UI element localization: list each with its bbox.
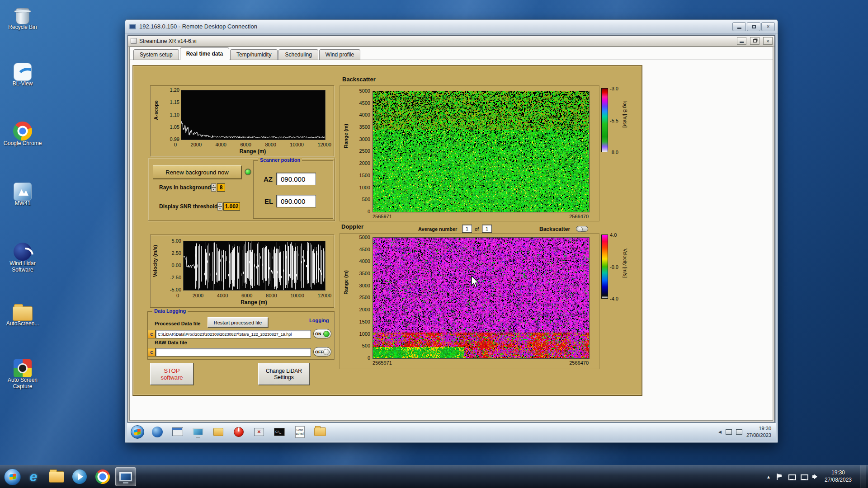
session-clock[interactable]: 19:30 27/08/2023 <box>746 425 771 438</box>
app-restore-button[interactable] <box>750 37 760 45</box>
tick-label: 500 <box>362 343 370 348</box>
action-center-flag-icon[interactable] <box>776 474 783 480</box>
session-network-icon[interactable] <box>736 429 742 435</box>
tick-label: 1.05 <box>170 124 179 130</box>
tick-label: 8000 <box>266 293 277 298</box>
tab-wind-profile[interactable]: Wind profile <box>319 49 360 60</box>
app-titlebar[interactable]: StreamLine XR v14-6.vi × <box>128 36 774 47</box>
desktop-icon-recycle-bin[interactable]: Recycle Bin <box>2 5 43 31</box>
raw-drive-button[interactable]: C <box>148 348 156 357</box>
average-number-field[interactable]: 1 <box>462 225 472 233</box>
xp-window-icon: ✕ <box>254 428 264 436</box>
globe-icon <box>152 427 163 437</box>
terminal-icon: C:\_ <box>274 428 285 436</box>
rdp-close-button[interactable]: × <box>761 22 775 31</box>
app-window-title: StreamLine XR v14-6.vi <box>139 38 733 44</box>
change-button-line2: Settings <box>274 374 293 380</box>
backscatter-x-range-labels: 2565971 2566470 <box>373 214 589 219</box>
session-taskbar-item-system[interactable] <box>170 425 185 439</box>
el-value-field[interactable]: 090.000 <box>276 195 316 207</box>
app-minimize-button[interactable] <box>737 37 746 45</box>
tick-label: 3500 <box>359 124 370 130</box>
taskbar-item-media-player[interactable] <box>69 467 90 486</box>
tick-label: 2000 <box>191 142 202 147</box>
chrome-icon <box>13 122 32 141</box>
desktop-icon-bl-view[interactable]: BL-View <box>2 62 43 87</box>
session-tray-chevron-icon[interactable]: ◀ <box>718 430 722 434</box>
processed-logging-toggle[interactable]: ON <box>313 329 331 338</box>
desktop-icon-label: Auto Screen Capture <box>2 377 43 390</box>
average-number-label: Average number <box>418 226 457 232</box>
snr-value-field[interactable]: 1.002 <box>223 202 240 211</box>
tick-label: 1.20 <box>170 87 179 93</box>
taskbar-item-chrome[interactable] <box>92 467 113 486</box>
change-button-line1: Change LiDAR <box>266 368 302 374</box>
average-count-field[interactable]: 1 <box>482 225 492 233</box>
remote-desktop-icon <box>119 472 132 482</box>
session-taskbar-item-xp[interactable]: ✕ <box>252 425 266 439</box>
session-taskbar-item-scan-sched[interactable]: Scan sched <box>292 425 307 439</box>
display-icon[interactable] <box>800 474 807 480</box>
desktop-icon-autoscreen[interactable]: AutoScreen... <box>2 302 43 327</box>
ascope-plot-canvas <box>181 90 326 140</box>
tab-temp-humidity[interactable]: Temp/humidity <box>230 49 278 60</box>
ascope-plot-group: A-scope 1.201.151.101.050.99 02000400060… <box>150 85 334 156</box>
app-close-button[interactable]: × <box>763 37 773 45</box>
folder-icon <box>49 471 64 483</box>
raw-path-field[interactable] <box>156 348 311 357</box>
restart-processed-file-button[interactable]: Restart processed file <box>208 317 268 328</box>
backscatter-toggle-label: Backscatter <box>539 226 570 232</box>
taskbar-item-remote-desktop[interactable] <box>115 467 136 486</box>
rdp-titlebar[interactable]: 192.168.0.150 - Remote Desktop Connectio… <box>125 20 778 33</box>
taskbar-clock[interactable]: 19:30 27/08/2023 <box>825 469 852 483</box>
show-desktop-button[interactable] <box>860 465 866 488</box>
session-taskbar-item-network[interactable] <box>150 425 165 439</box>
session-taskbar-item-display[interactable] <box>191 425 205 439</box>
velocity-x-ticks: 020004000600080001000012000 <box>176 293 331 298</box>
on-label: ON <box>315 332 321 336</box>
tick-label: 4000 <box>359 258 370 264</box>
tray-chevron-icon[interactable]: ▲ <box>766 474 771 479</box>
backscatter-display-toggle[interactable] <box>576 226 588 232</box>
session-taskbar-item-power[interactable] <box>231 425 246 439</box>
tick-label: 5000 <box>359 235 370 240</box>
network-icon[interactable] <box>788 474 795 480</box>
taskbar-item-internet-explorer[interactable]: e <box>23 467 44 486</box>
session-volume-icon[interactable] <box>726 429 732 435</box>
tick-label: 12000 <box>317 142 331 147</box>
session-taskbar-item-files[interactable] <box>211 425 226 439</box>
taskbar-item-explorer[interactable] <box>46 467 67 486</box>
snr-spinner[interactable]: ▲▼ <box>217 202 222 211</box>
scan-sched-icon: Scan sched <box>295 426 305 438</box>
desktop-icon-auto-screen-capture[interactable]: Auto Screen Capture <box>2 358 43 390</box>
session-taskbar-item-folder[interactable] <box>313 425 327 439</box>
az-value-field[interactable]: 090.000 <box>276 173 316 185</box>
session-taskbar-item-terminal[interactable]: C:\_ <box>272 425 287 439</box>
desktop-icon-mw41[interactable]: MW41 <box>2 182 43 207</box>
renew-background-button[interactable]: Renew background now <box>153 165 241 179</box>
processed-drive-button[interactable]: C <box>148 330 156 338</box>
tab-real-time-data[interactable]: Real time data <box>180 47 229 60</box>
raw-logging-toggle[interactable]: OFF <box>313 347 331 357</box>
volume-icon[interactable] <box>812 474 820 480</box>
tick-label: 4.0 <box>610 232 627 238</box>
tab-system-setup[interactable]: System setup <box>133 49 179 60</box>
processed-path-field[interactable]: C:\LiDAR\Data\Proc\2023\202308\20230827\… <box>156 330 311 338</box>
tick-label: 2000 <box>359 307 370 312</box>
session-start-button[interactable] <box>131 425 144 439</box>
start-button[interactable] <box>4 469 21 485</box>
tick-label: 4000 <box>359 112 370 117</box>
desktop-icon-google-chrome[interactable]: Google Chrome <box>2 121 43 147</box>
rdp-maximize-button[interactable] <box>747 22 760 31</box>
stop-software-button[interactable]: STOP software <box>150 363 193 385</box>
change-lidar-settings-button[interactable]: Change LiDAR Settings <box>258 363 310 385</box>
rays-spinner[interactable]: ▲▼ <box>211 183 216 192</box>
session-tray: ◀ 19:30 27/08/2023 <box>718 425 776 438</box>
chrome-icon <box>95 469 110 484</box>
stop-button-line1: STOP <box>164 367 179 374</box>
desktop-icon-wind-lidar[interactable]: Wind Lidar Software <box>2 242 43 273</box>
rays-value-field[interactable]: 8 <box>217 183 225 192</box>
tick-label: 4000 <box>216 142 226 147</box>
rdp-minimize-button[interactable] <box>732 22 746 31</box>
tab-scheduling[interactable]: Scheduling <box>278 49 318 60</box>
